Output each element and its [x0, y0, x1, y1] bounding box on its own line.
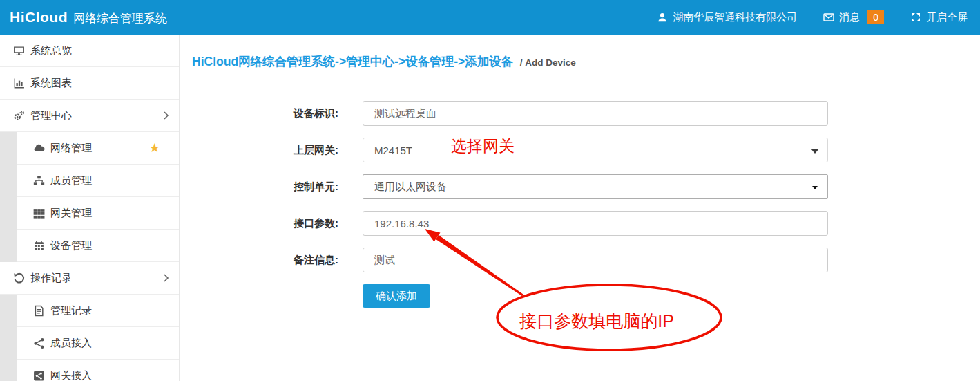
interface-params-label: 接口参数:: [180, 217, 338, 230]
sidebar-item-system-charts[interactable]: 系统图表: [0, 67, 179, 100]
company-account[interactable]: 湖南华辰智通科技有限公司: [657, 11, 797, 24]
add-device-form: 设备标识: 上层网关: M2415T 控制单元: 通用以太网设备 接口参数:: [180, 86, 980, 308]
operation-records-submenu: 管理记录 成员接入 网关接入: [0, 295, 179, 381]
sidebar-item-member-access[interactable]: 成员接入: [17, 327, 179, 360]
sitemap-icon: [33, 175, 46, 187]
management-center-submenu: 网络管理 ★ 成员管理 网关管理 设备管理: [0, 132, 179, 262]
expand-arrows-icon: [910, 12, 921, 23]
document-icon: [33, 305, 46, 317]
sidebar-item-network-management[interactable]: 网络管理 ★: [17, 132, 179, 165]
remark-field[interactable]: [363, 248, 828, 272]
main-content: HiCloud网络综合管理系统->管理中心->设备管理->添加设备 / Add …: [180, 35, 980, 381]
brand-name: HiCloud: [10, 9, 68, 26]
share-icon: [33, 337, 46, 349]
control-unit-select[interactable]: 通用以太网设备: [363, 174, 828, 199]
messages-label: 消息: [839, 11, 860, 24]
app-brand[interactable]: HiCloud 网络综合管理系统: [0, 9, 167, 26]
upper-gateway-value: M2415T: [374, 145, 412, 156]
bar-chart-icon: [13, 77, 26, 89]
history-icon: [13, 272, 26, 284]
device-id-field[interactable]: [363, 101, 828, 126]
remark-label: 备注信息:: [180, 254, 338, 267]
desktop-icon: [13, 45, 26, 57]
sidebar-item-gateway-access[interactable]: 网关接入: [17, 360, 179, 381]
envelope-icon: [823, 12, 834, 23]
messages-button[interactable]: 消息 0: [823, 10, 884, 24]
top-navbar: HiCloud 网络综合管理系统 湖南华辰智通科技有限公司 消息 0 开启全屏: [0, 0, 980, 35]
calendar-icon: [33, 240, 46, 252]
breadcrumb-subtitle: / Add Device: [520, 57, 576, 68]
upper-gateway-label: 上层网关:: [180, 144, 338, 157]
sidebar-item-member-management[interactable]: 成员管理: [17, 165, 179, 197]
share-square-icon: [33, 370, 46, 381]
grid-icon: [33, 207, 46, 219]
interface-params-field[interactable]: [363, 211, 828, 236]
upper-gateway-select[interactable]: M2415T: [363, 138, 828, 162]
fullscreen-button[interactable]: 开启全屏: [910, 11, 968, 24]
star-icon[interactable]: ★: [149, 142, 160, 154]
caret-down-icon: [811, 149, 819, 154]
breadcrumb: HiCloud网络综合管理系统->管理中心->设备管理->添加设备: [192, 55, 513, 68]
sidebar-item-management-records[interactable]: 管理记录: [17, 295, 179, 327]
cloud-icon: [33, 142, 46, 154]
brand-subtitle: 网络综合管理系统: [73, 10, 167, 26]
fullscreen-label: 开启全屏: [926, 11, 968, 24]
sidebar-item-system-overview[interactable]: 系统总览: [0, 35, 179, 67]
gears-icon: [13, 110, 26, 122]
sidebar: 系统总览 系统图表 管理中心 网络管理 ★ 成员管理: [0, 35, 180, 381]
control-unit-label: 控制单元:: [180, 180, 338, 194]
sidebar-item-device-management[interactable]: 设备管理: [17, 230, 179, 262]
page-header: HiCloud网络综合管理系统->管理中心->设备管理->添加设备 / Add …: [180, 35, 980, 86]
sidebar-item-gateway-management[interactable]: 网关管理: [17, 197, 179, 230]
control-unit-value: 通用以太网设备: [374, 180, 447, 194]
company-name: 湖南华辰智通科技有限公司: [673, 11, 797, 24]
messages-count-badge: 0: [867, 10, 884, 24]
device-id-label: 设备标识:: [180, 107, 338, 120]
sidebar-item-operation-records[interactable]: 操作记录: [0, 262, 179, 295]
caret-down-icon: [812, 186, 818, 189]
confirm-add-button[interactable]: 确认添加: [363, 284, 430, 308]
sidebar-item-management-center[interactable]: 管理中心: [0, 100, 179, 132]
chevron-right-icon: [163, 274, 170, 282]
chevron-right-icon: [163, 111, 170, 120]
user-icon: [657, 12, 668, 23]
